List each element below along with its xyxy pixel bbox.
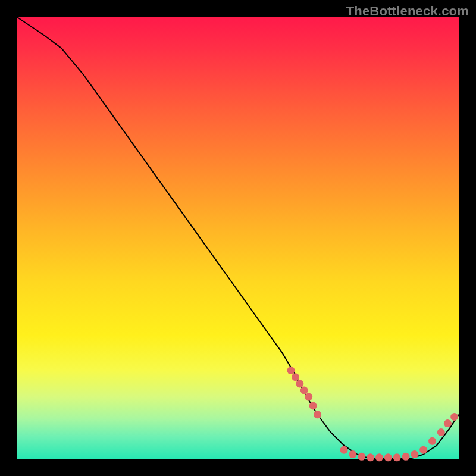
watermark-text: TheBottleneck.com	[346, 4, 469, 19]
marker-rise-cluster	[450, 413, 458, 421]
marker-floor-cluster	[349, 450, 356, 458]
marker-rise-cluster	[419, 446, 427, 454]
marker-floor-cluster	[340, 446, 348, 454]
marker-left-cluster	[314, 411, 321, 418]
marker-left-cluster	[309, 402, 317, 410]
chart-overlay	[17, 17, 459, 459]
marker-floor-cluster	[358, 453, 365, 461]
chart-container: TheBottleneck.com	[0, 0, 476, 476]
marker-rise-cluster	[428, 437, 436, 445]
series-bottleneck-curve	[17, 17, 459, 459]
marker-left-cluster	[305, 393, 312, 401]
bottleneck-curve-line	[17, 17, 459, 459]
marker-floor-cluster	[375, 453, 383, 461]
marker-floor-cluster	[402, 453, 410, 461]
marker-rise-cluster	[437, 428, 445, 436]
marker-floor-cluster	[367, 453, 374, 461]
marker-floor-cluster	[411, 450, 418, 458]
marker-floor-cluster	[384, 453, 392, 461]
marker-group	[287, 367, 459, 461]
marker-rise-cluster	[444, 419, 452, 427]
marker-left-cluster	[296, 380, 303, 387]
marker-left-cluster	[300, 387, 308, 394]
marker-left-cluster	[292, 373, 299, 381]
marker-left-cluster	[287, 367, 295, 374]
marker-floor-cluster	[393, 453, 401, 461]
